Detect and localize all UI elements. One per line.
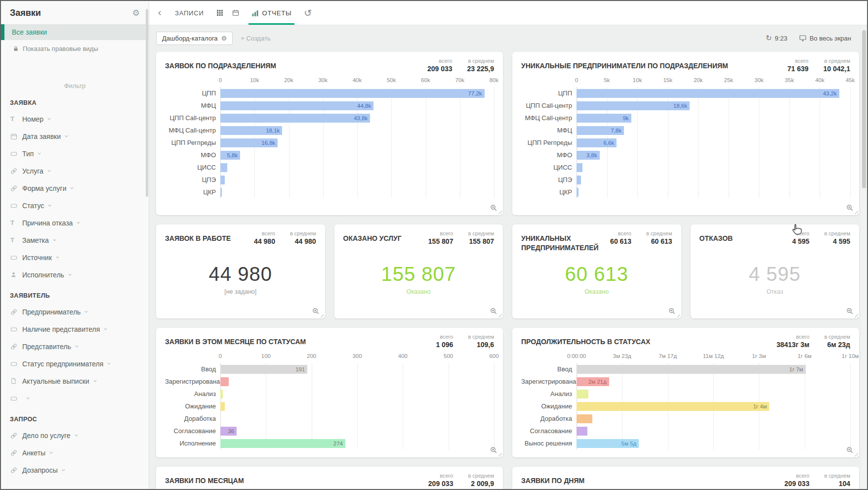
sidebar-filter-item[interactable]: TЗаметка bbox=[1, 231, 149, 249]
bar[interactable] bbox=[577, 390, 588, 399]
zoom-in-icon[interactable] bbox=[846, 308, 853, 314]
resize-handle[interactable] bbox=[675, 312, 680, 317]
bar[interactable] bbox=[220, 163, 227, 172]
bar[interactable] bbox=[577, 188, 579, 197]
zoom-in-icon[interactable] bbox=[668, 308, 675, 314]
sidebar-filter-item[interactable]: TПричина отказа bbox=[1, 214, 149, 231]
sidebar-scrollbar[interactable] bbox=[146, 9, 148, 197]
bar[interactable]: 9k bbox=[577, 114, 631, 123]
bar[interactable]: 6,6k bbox=[577, 138, 617, 147]
fullscreen-button[interactable]: Во весь экран bbox=[799, 35, 851, 42]
sidebar-filter-item[interactable]: Статус предпринимателя bbox=[1, 355, 149, 372]
gridline bbox=[494, 87, 495, 198]
zoom-in-icon[interactable] bbox=[490, 308, 497, 314]
sidebar-filter-item[interactable]: Источник bbox=[1, 249, 149, 266]
zoom-in-icon[interactable] bbox=[490, 204, 497, 211]
sidebar-filter-item[interactable]: Форма услуги bbox=[1, 179, 149, 197]
grid-view-icon[interactable] bbox=[212, 1, 228, 25]
zoom-in-icon[interactable] bbox=[846, 204, 853, 211]
bar[interactable]: 18,1k bbox=[220, 126, 282, 135]
bar[interactable]: 5м 5д bbox=[577, 439, 639, 448]
bar-row-label: Ожидание bbox=[521, 400, 577, 412]
link-icon bbox=[10, 185, 22, 192]
card-stats: всего1 096в среднем109,6 bbox=[430, 334, 494, 349]
bar[interactable] bbox=[220, 390, 223, 399]
filter-item-label: Статус предпринимателя bbox=[22, 360, 103, 368]
create-button[interactable]: + Создать bbox=[241, 35, 271, 42]
bar[interactable]: 191 bbox=[220, 365, 307, 374]
main-scrollbar-thumb[interactable] bbox=[862, 30, 866, 188]
main-scrollbar[interactable] bbox=[861, 25, 867, 489]
doc-icon bbox=[10, 378, 22, 384]
sidebar-filter-item[interactable]: Тип bbox=[1, 145, 149, 162]
resize-handle[interactable] bbox=[497, 209, 502, 214]
chart-labels-column: ВводЗарегистрированаАнализОжиданиеДорабо… bbox=[165, 353, 220, 449]
stat-avg-label: в среднем bbox=[824, 230, 850, 236]
bar[interactable]: 18,6k bbox=[577, 101, 690, 110]
bar[interactable] bbox=[577, 176, 581, 184]
dashboard-select-button[interactable]: Дашборд-каталога ⚙ bbox=[156, 32, 233, 45]
sidebar-filter-item[interactable]: Дозапросы bbox=[1, 461, 149, 479]
resize-handle[interactable] bbox=[497, 312, 502, 317]
bar[interactable] bbox=[220, 188, 222, 197]
axis-tick-label: 20k bbox=[284, 77, 293, 83]
resize-handle[interactable] bbox=[319, 312, 324, 317]
calendar-view-icon[interactable] bbox=[228, 1, 244, 25]
sidebar-filter-item[interactable]: Исполнитель bbox=[1, 266, 149, 283]
resize-handle[interactable] bbox=[853, 312, 858, 317]
bar[interactable]: 3,8k bbox=[577, 151, 600, 160]
sidebar-filter-item[interactable]: TНомер bbox=[1, 110, 149, 128]
bar[interactable]: 43,8k bbox=[220, 114, 370, 123]
zoom-in-icon[interactable] bbox=[846, 446, 853, 453]
bar[interactable] bbox=[577, 427, 587, 436]
card-stats: всего155 807в среднем155 807 bbox=[422, 230, 494, 245]
sidebar-section-title: ЗАЯВИТЕЛЬ bbox=[1, 283, 149, 303]
bar[interactable]: 36 bbox=[220, 427, 237, 436]
bar[interactable]: 5,8k bbox=[220, 151, 240, 160]
view-tabs-bar: ЗАПИСИ ОТЧЕТЫ ↺ bbox=[149, 1, 867, 25]
bar[interactable] bbox=[220, 176, 225, 184]
text-icon: T bbox=[10, 219, 22, 226]
bar[interactable]: 43,2k bbox=[577, 89, 839, 98]
bar[interactable]: 2м 21д bbox=[577, 377, 609, 386]
bar[interactable]: 7,8k bbox=[577, 126, 624, 135]
sidebar-filter-item[interactable]: Дата заявки bbox=[1, 128, 149, 145]
stat-avg-value: 10 042,1 bbox=[824, 65, 851, 73]
sidebar-filter-item[interactable]: Услуга bbox=[1, 162, 149, 179]
bar[interactable] bbox=[220, 377, 229, 386]
stat-total: всего1 096 bbox=[436, 334, 453, 349]
resize-handle[interactable] bbox=[853, 451, 858, 456]
sidebar-item-all-requests[interactable]: Все заявки bbox=[1, 24, 149, 40]
bar[interactable]: 16,8k bbox=[220, 138, 278, 147]
zoom-in-icon[interactable] bbox=[490, 446, 497, 453]
sidebar-gear-icon[interactable]: ⚙ bbox=[132, 8, 140, 18]
bar[interactable]: 77,2k bbox=[220, 89, 485, 98]
history-icon[interactable]: ↺ bbox=[299, 1, 316, 25]
tab-records[interactable]: ЗАПИСИ bbox=[167, 1, 212, 25]
collapse-sidebar-button[interactable] bbox=[152, 1, 167, 25]
sidebar-filter-item[interactable]: Анкеты bbox=[1, 444, 149, 461]
bar-row-label: Доработка bbox=[521, 412, 577, 425]
sidebar-filter-item[interactable] bbox=[1, 390, 149, 407]
show-legal-kinds-button[interactable]: Показать правовые виды bbox=[1, 40, 149, 57]
sidebar-filter-item[interactable]: Предприниматель bbox=[1, 303, 149, 320]
sidebar-filter-item[interactable]: Дело по услуге bbox=[1, 427, 149, 444]
bar[interactable] bbox=[577, 414, 592, 423]
bar[interactable]: 1г 4м bbox=[577, 402, 769, 411]
sidebar-filter-item[interactable]: Наличие представителя bbox=[1, 320, 149, 338]
bar[interactable]: 274 bbox=[220, 439, 345, 448]
bar[interactable] bbox=[577, 163, 582, 172]
refresh-button[interactable]: ↻ 9:23 bbox=[766, 35, 787, 42]
bar[interactable]: 44,8k bbox=[220, 101, 373, 110]
bar[interactable] bbox=[220, 402, 225, 411]
tab-reports[interactable]: ОТЧЕТЫ bbox=[244, 1, 300, 25]
bar[interactable]: 1г 7м bbox=[577, 365, 806, 374]
resize-handle[interactable] bbox=[497, 451, 502, 456]
zoom-in-icon[interactable] bbox=[312, 308, 319, 314]
resize-handle[interactable] bbox=[853, 209, 858, 214]
sidebar-filter-item[interactable]: Представитель bbox=[1, 338, 149, 355]
chevron-down-icon bbox=[76, 221, 81, 225]
sidebar-filter-item[interactable]: Актуальные выписки bbox=[1, 372, 149, 390]
sidebar-section-title: ЗАЯВКА bbox=[1, 90, 149, 110]
sidebar-filter-item[interactable]: Статус bbox=[1, 197, 149, 214]
